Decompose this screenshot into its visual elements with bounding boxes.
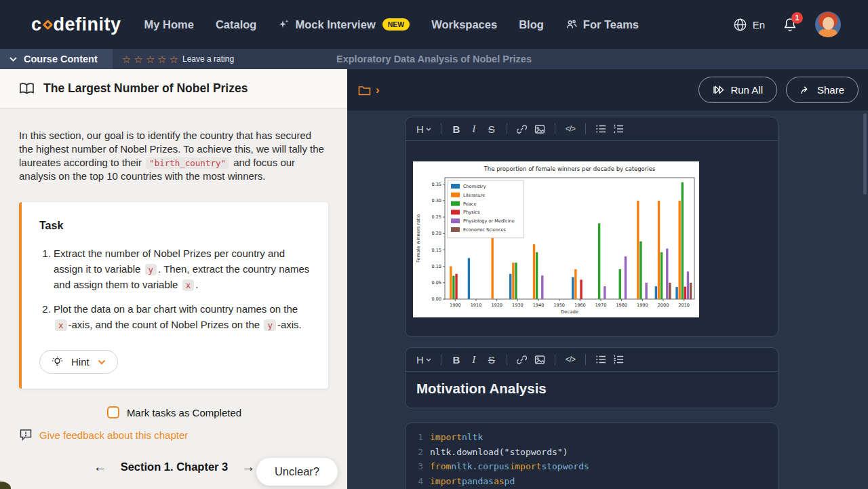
code-cell[interactable]: 1import nltk2nltk.download("stopwords")3… bbox=[405, 423, 778, 489]
text-segment: . bbox=[195, 279, 198, 290]
task-heading: Task bbox=[39, 220, 312, 232]
prev-chapter-arrow[interactable]: ← bbox=[94, 459, 107, 475]
codefinity-logo[interactable]: c definity bbox=[31, 14, 121, 35]
language-label: En bbox=[753, 19, 765, 31]
code-line[interactable]: 1import nltk bbox=[406, 430, 778, 445]
markdown-cell-content: The proportion of female winners per dec… bbox=[406, 141, 778, 336]
mark-completed-checkbox[interactable] bbox=[107, 406, 119, 418]
star-icon[interactable]: ☆ bbox=[170, 54, 178, 64]
image-button[interactable] bbox=[532, 351, 548, 368]
link-icon bbox=[517, 124, 527, 134]
scrollbar-thumb[interactable] bbox=[863, 113, 867, 195]
svg-text:0.20: 0.20 bbox=[432, 231, 441, 236]
workspace-topbar: › Run All Share bbox=[347, 69, 868, 111]
code-button[interactable]: </> bbox=[562, 121, 578, 137]
chevron-down-icon bbox=[98, 359, 106, 365]
svg-text:Literature: Literature bbox=[463, 193, 485, 198]
bold-button[interactable]: B bbox=[448, 121, 465, 137]
chevron-down-icon bbox=[426, 128, 431, 131]
italic-button[interactable]: I bbox=[466, 351, 482, 368]
inline-code: y bbox=[264, 319, 276, 331]
nav-catalog[interactable]: Catalog bbox=[216, 18, 257, 31]
inline-code: x bbox=[182, 279, 195, 291]
app: c definity My Home Catalog Mock Intervie… bbox=[0, 0, 868, 489]
globe-icon bbox=[733, 18, 747, 32]
code-button[interactable]: </> bbox=[562, 351, 578, 368]
top-navbar: c definity My Home Catalog Mock Intervie… bbox=[0, 0, 868, 49]
markdown-heading-row[interactable]: Motivation Analysis bbox=[406, 372, 778, 408]
link-button[interactable] bbox=[514, 121, 530, 137]
text-segment: -axis. bbox=[277, 319, 302, 330]
workspace-panel: › Run All Share H bbox=[347, 69, 868, 489]
svg-text:2000: 2000 bbox=[658, 302, 669, 308]
course-rating[interactable]: ☆☆☆☆☆ bbox=[122, 54, 178, 64]
markdown-cell-chart: H B I S </> < line x1="1.3" y1="8.4" x2=… bbox=[405, 117, 778, 337]
lightbulb-icon bbox=[52, 356, 63, 368]
logo-text-rest: definity bbox=[54, 14, 121, 35]
lesson-header: The Largest Number of Nobel Prizes bbox=[0, 69, 347, 109]
svg-text:1990: 1990 bbox=[637, 302, 648, 308]
course-title: Exploratory Data Analysis of Nobel Prize… bbox=[336, 54, 532, 64]
mark-completed-row[interactable]: Mark tasks as Completed bbox=[19, 406, 330, 418]
code-token: import bbox=[430, 474, 462, 489]
code-token: from bbox=[430, 459, 451, 474]
svg-text:1950: 1950 bbox=[553, 302, 565, 308]
run-all-button[interactable]: Run All bbox=[698, 77, 777, 103]
markdown-cell-heading: H B I S </> Mo bbox=[405, 347, 778, 408]
inline-code: y bbox=[145, 264, 157, 275]
star-icon[interactable]: ☆ bbox=[146, 54, 155, 64]
star-icon[interactable]: ☆ bbox=[157, 54, 166, 64]
next-chapter-arrow[interactable]: → bbox=[241, 459, 255, 475]
code-line[interactable]: 2nltk.download("stopwords") bbox=[406, 445, 778, 460]
file-breadcrumb[interactable]: › bbox=[358, 83, 380, 97]
heading-button[interactable]: H bbox=[414, 121, 434, 137]
bullet-list-button[interactable] bbox=[593, 121, 609, 137]
code-token: as bbox=[494, 474, 505, 489]
notifications-button[interactable]: 1 bbox=[783, 17, 797, 33]
bold-button[interactable]: B bbox=[448, 351, 465, 368]
notebook-scroll-area[interactable]: H B I S </> < line x1="1.3" y1="8.4" x2=… bbox=[347, 111, 868, 489]
italic-button[interactable]: I bbox=[466, 121, 482, 137]
language-selector[interactable]: En bbox=[733, 18, 765, 32]
chevron-down-icon bbox=[426, 358, 431, 361]
strikethrough-button[interactable]: S bbox=[484, 121, 500, 137]
logo-diamond-icon bbox=[42, 19, 53, 30]
ordered-list-button[interactable]: < line x1="1.3" y1="8.4" x2="3.7" y2="8.… bbox=[610, 121, 627, 137]
toolbar-divider bbox=[507, 354, 507, 365]
code-token: pd bbox=[505, 474, 515, 489]
course-content-toggle[interactable]: Course Content bbox=[0, 49, 113, 69]
nav-my-home[interactable]: My Home bbox=[144, 18, 194, 31]
svg-text:0.10: 0.10 bbox=[432, 264, 441, 269]
heading-button[interactable]: H bbox=[414, 351, 434, 368]
feedback-link[interactable]: Give feedback about this chapter bbox=[19, 429, 330, 442]
toolbar-divider bbox=[555, 123, 555, 134]
run-all-icon bbox=[713, 85, 724, 95]
nav-blog[interactable]: Blog bbox=[519, 18, 544, 31]
svg-text:Physiology or Medicine: Physiology or Medicine bbox=[463, 218, 515, 224]
image-button[interactable] bbox=[532, 121, 548, 137]
user-avatar[interactable] bbox=[815, 12, 841, 37]
svg-text:1900: 1900 bbox=[450, 302, 461, 308]
code-line[interactable]: 4import pandas as pd bbox=[406, 474, 778, 489]
svg-text:Chemistry: Chemistry bbox=[463, 184, 486, 189]
inline-code: x bbox=[55, 319, 67, 331]
unclear-button[interactable]: Unclear? bbox=[256, 458, 338, 486]
nav-mock-interview[interactable]: Mock Interview NEW bbox=[278, 18, 410, 31]
strikethrough-button[interactable]: S bbox=[484, 351, 500, 368]
star-icon[interactable]: ☆ bbox=[122, 54, 131, 64]
share-button[interactable]: Share bbox=[786, 77, 859, 103]
nav-workspaces[interactable]: Workspaces bbox=[431, 18, 497, 31]
nav-for-teams[interactable]: For Teams bbox=[566, 18, 639, 31]
svg-text:1960: 1960 bbox=[574, 302, 586, 308]
bullet-list-button[interactable] bbox=[593, 351, 609, 368]
people-icon bbox=[566, 19, 578, 30]
navbar-right: En 1 bbox=[733, 12, 841, 37]
markdown-heading: Motivation Analysis bbox=[416, 380, 767, 397]
svg-text:The proportion of female winne: The proportion of female winners per dec… bbox=[484, 165, 656, 172]
star-icon[interactable]: ☆ bbox=[134, 54, 142, 64]
code-line[interactable]: 3from nltk.corpus import stopwords bbox=[406, 459, 778, 474]
hint-button[interactable]: Hint bbox=[39, 350, 118, 374]
link-button[interactable] bbox=[514, 351, 530, 368]
ordered-list-button[interactable] bbox=[610, 351, 627, 368]
toolbar-divider bbox=[555, 354, 555, 365]
